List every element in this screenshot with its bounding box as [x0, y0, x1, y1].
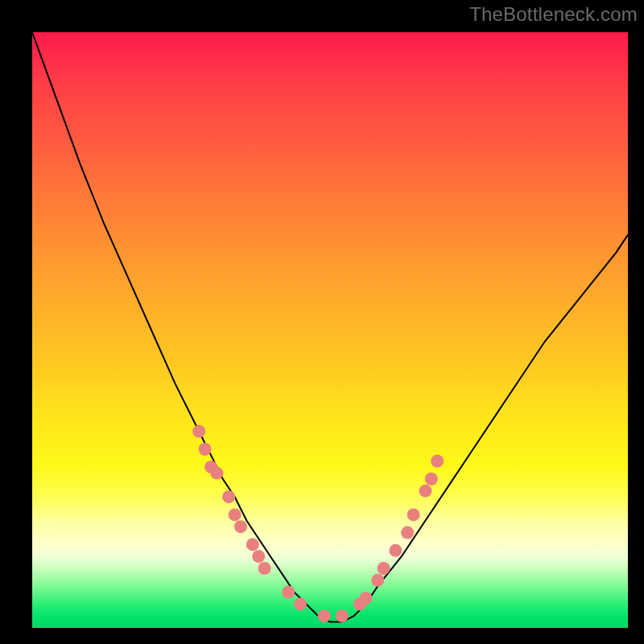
- data-point: [234, 520, 247, 533]
- curve-layer: [32, 32, 628, 628]
- watermark-text: TheBottleneck.com: [469, 3, 638, 26]
- data-point: [222, 490, 235, 503]
- data-point: [336, 609, 349, 622]
- plot-area: [32, 32, 628, 628]
- data-point: [282, 586, 295, 599]
- data-point: [318, 609, 331, 622]
- data-point: [192, 425, 205, 438]
- data-point: [229, 508, 242, 521]
- data-point: [359, 592, 372, 605]
- data-point: [294, 597, 307, 610]
- data-point: [419, 485, 431, 497]
- data-point: [425, 473, 438, 485]
- data-point: [252, 550, 265, 563]
- bottleneck-curve: [32, 32, 628, 622]
- data-point: [246, 538, 259, 551]
- data-points-right: [318, 455, 444, 622]
- data-point: [371, 574, 384, 587]
- data-point: [389, 544, 402, 557]
- data-point: [378, 562, 390, 575]
- data-point: [401, 526, 414, 539]
- data-point: [210, 467, 223, 480]
- chart-frame: TheBottleneck.com: [0, 0, 644, 644]
- data-point: [407, 508, 420, 521]
- data-point: [431, 455, 444, 468]
- data-point: [258, 562, 271, 575]
- data-points-left: [192, 425, 307, 611]
- data-point: [199, 443, 212, 456]
